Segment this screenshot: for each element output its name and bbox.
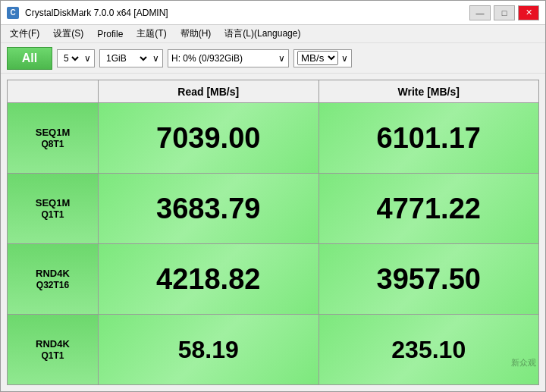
toolbar: All 5 1 3 9 ∨ 1GiB 512MiB 2GiB ∨ H: 0% (… (1, 43, 545, 74)
row-label-seq1m-q1t1: SEQ1M Q1T1 (8, 174, 99, 243)
title-controls: — □ ✕ (469, 5, 539, 20)
unit-dropdown[interactable]: MB/s GB/s IOPS ∨ (293, 49, 352, 67)
table-row: SEQ1M Q1T1 3683.79 4771.22 (8, 174, 538, 244)
unit-select[interactable]: MB/s GB/s IOPS (297, 51, 338, 65)
read-value-rnd4k-q1t1: 58.19 (99, 315, 319, 384)
count-dropdown[interactable]: 5 1 3 9 ∨ (57, 49, 95, 67)
minimize-button[interactable]: — (469, 5, 491, 20)
read-value-seq1m-q8t1: 7039.00 (99, 103, 319, 173)
window-title: CrystalDiskMark 7.0.0 x64 [ADMIN] (25, 8, 168, 18)
menu-bar: 文件(F) 设置(S) Profile 主题(T) 帮助(H) 语言(L)(La… (1, 25, 545, 43)
size-dropdown[interactable]: 1GiB 512MiB 2GiB ∨ (99, 49, 163, 67)
write-value-seq1m-q1t1: 4771.22 (319, 174, 539, 243)
header-read: Read [MB/s] (99, 80, 319, 102)
title-bar: C CrystalDiskMark 7.0.0 x64 [ADMIN] — □ … (1, 1, 545, 25)
table-header: Read [MB/s] Write [MB/s] (8, 80, 538, 103)
row-label-line2: Q32T16 (36, 280, 69, 290)
maximize-button[interactable]: □ (494, 5, 515, 20)
row-label-line1: RND4K (36, 338, 70, 350)
menu-file[interactable]: 文件(F) (4, 26, 46, 42)
row-label-rnd4k-q1t1: RND4K Q1T1 (8, 315, 99, 384)
main-content: Read [MB/s] Write [MB/s] SEQ1M Q8T1 7039… (1, 74, 545, 391)
menu-help[interactable]: 帮助(H) (174, 26, 218, 42)
write-value-seq1m-q8t1: 6101.17 (319, 103, 539, 173)
header-label-empty (8, 80, 99, 102)
row-label-line1: SEQ1M (36, 127, 71, 139)
row-label-line2: Q8T1 (41, 139, 64, 149)
menu-language[interactable]: 语言(L)(Language) (218, 26, 306, 42)
drive-value: H: 0% (0/932GiB) (171, 53, 275, 64)
write-value-rnd4k-q32t16: 3957.50 (319, 244, 539, 314)
write-value-rnd4k-q1t1: 235.10 (319, 315, 539, 384)
header-write: Write [MB/s] (319, 80, 539, 102)
all-button[interactable]: All (7, 47, 52, 70)
menu-settings[interactable]: 设置(S) (47, 26, 89, 42)
row-label-line1: SEQ1M (36, 197, 71, 209)
watermark: 新众观 (511, 357, 536, 368)
close-button[interactable]: ✕ (518, 5, 539, 20)
count-select[interactable]: 5 1 3 9 (61, 52, 81, 64)
benchmark-table: Read [MB/s] Write [MB/s] SEQ1M Q8T1 7039… (7, 80, 539, 385)
row-label-line2: Q1T1 (41, 209, 64, 220)
read-value-seq1m-q1t1: 3683.79 (99, 174, 319, 243)
table-row: RND4K Q32T16 4218.82 3957.50 (8, 244, 538, 315)
menu-profile[interactable]: Profile (91, 27, 129, 41)
size-select[interactable]: 1GiB 512MiB 2GiB (103, 52, 149, 64)
drive-chevron-icon: ∨ (278, 53, 285, 64)
count-chevron-icon: ∨ (84, 53, 91, 64)
size-chevron-icon: ∨ (152, 53, 159, 64)
table-row: SEQ1M Q8T1 7039.00 6101.17 (8, 103, 538, 174)
main-window: C CrystalDiskMark 7.0.0 x64 [ADMIN] — □ … (0, 0, 546, 392)
title-bar-left: C CrystalDiskMark 7.0.0 x64 [ADMIN] (7, 7, 168, 19)
row-label-seq1m-q8t1: SEQ1M Q8T1 (8, 103, 99, 173)
read-value-rnd4k-q32t16: 4218.82 (99, 244, 319, 314)
unit-chevron-icon: ∨ (341, 53, 348, 64)
app-icon: C (7, 7, 19, 19)
row-label-line2: Q1T1 (41, 350, 64, 361)
menu-theme[interactable]: 主题(T) (130, 26, 172, 42)
drive-dropdown[interactable]: H: 0% (0/932GiB) ∨ (168, 49, 289, 67)
table-row: RND4K Q1T1 58.19 235.10 (8, 315, 538, 384)
row-label-rnd4k-q32t16: RND4K Q32T16 (8, 244, 99, 314)
row-label-line1: RND4K (36, 268, 70, 280)
